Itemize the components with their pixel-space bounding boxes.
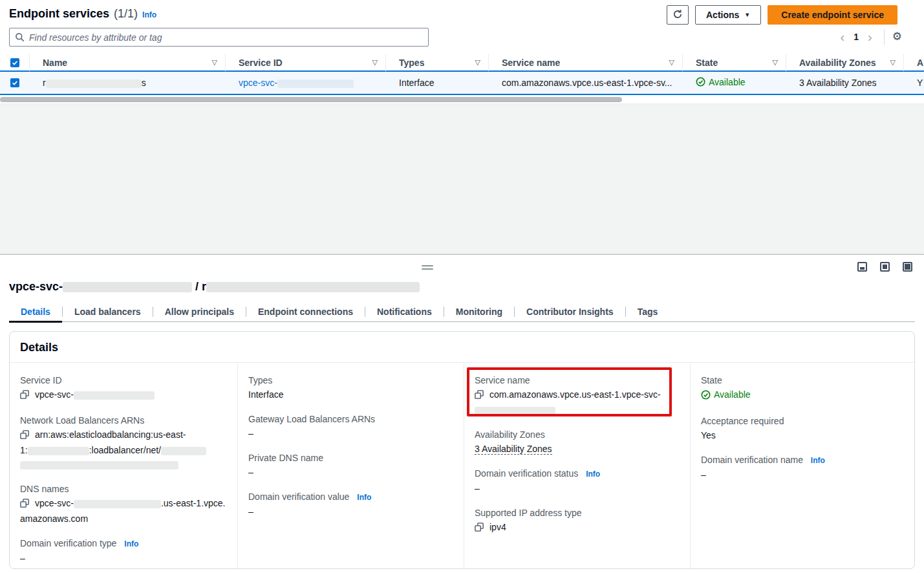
panel-size-medium-button[interactable] <box>880 262 890 272</box>
panel-drag-handle[interactable] <box>422 265 433 272</box>
header-actions: Actions ▼ Create endpoint service <box>667 5 897 25</box>
field-nlb-arns: Network Load Balancers ARNs arn:aws:elas… <box>20 413 227 471</box>
cell-availability-zones: 3 Availability Zones <box>786 78 904 88</box>
field-dns-names: DNS names vpce-svc-.us-east-1.vpce.amazo… <box>20 482 227 526</box>
sort-icon: ▽ <box>669 58 674 67</box>
cell-name: rs <box>30 78 226 88</box>
gear-icon[interactable]: ⚙ <box>892 29 902 45</box>
redacted-text <box>63 282 192 292</box>
column-header-state[interactable]: State ▽ <box>683 54 786 71</box>
redacted-text <box>28 447 89 455</box>
column-header-availability-zones[interactable]: Availability Zones ▽ <box>786 54 904 71</box>
redacted-text <box>475 407 555 415</box>
scrollbar-thumb[interactable] <box>0 97 622 102</box>
info-link[interactable]: Info <box>586 470 600 479</box>
tab-monitoring[interactable]: Monitoring <box>444 302 514 321</box>
cell-types: Interface <box>386 78 489 88</box>
field-types: Types Interface <box>248 373 453 402</box>
row-checkbox[interactable] <box>10 78 19 87</box>
create-endpoint-service-button[interactable]: Create endpoint service <box>768 5 897 25</box>
search-box <box>9 28 429 47</box>
table-header-row: Name ▽ Service ID ▽ Types ▽ Service name… <box>0 54 924 72</box>
info-link[interactable]: Info <box>811 456 825 465</box>
details-column-3: Service name com.amazonaws.vpce.us-east-… <box>464 363 691 568</box>
info-link[interactable]: Info <box>124 539 138 548</box>
tab-endpoint-connections[interactable]: Endpoint connections <box>246 302 365 321</box>
field-acceptance-required: Acceptance required Yes <box>701 414 904 442</box>
page-header: Endpoint services (1/1) Info Actions ▼ C… <box>0 0 924 27</box>
row-select-cell <box>0 78 30 87</box>
redacted-text <box>277 80 354 88</box>
details-card-header: Details <box>10 332 914 363</box>
sort-icon: ▽ <box>773 58 778 67</box>
field-domain-verification-value: Domain verification value Info – <box>248 490 453 519</box>
detail-tabs: Details Load balancers Allow principals … <box>9 302 915 322</box>
next-page-button[interactable]: › <box>864 29 876 45</box>
tab-contributor-insights[interactable]: Contributor Insights <box>515 302 625 321</box>
previous-page-button[interactable]: ‹ <box>837 29 849 45</box>
details-card-body: Service ID vpce-svc- Network Load Balanc… <box>10 363 914 568</box>
current-page-number[interactable]: 1 <box>851 32 861 42</box>
pagination: ‹ 1 › ⚙ <box>837 29 902 45</box>
tab-details[interactable]: Details <box>9 302 62 321</box>
column-header-service-id[interactable]: Service ID ▽ <box>226 54 386 71</box>
page-title-wrap: Endpoint services (1/1) Info <box>9 7 156 21</box>
field-domain-verification-name: Domain verification name Info – <box>701 453 904 482</box>
resource-count: (1/1) <box>114 7 138 21</box>
column-header-service-name[interactable]: Service name ▽ <box>489 54 683 71</box>
copy-icon[interactable] <box>475 389 484 403</box>
select-all-cell <box>0 54 30 71</box>
field-service-name: Service name com.amazonaws.vpce.us-east-… <box>475 373 680 417</box>
copy-icon[interactable] <box>20 429 29 443</box>
details-column-4: State Available Acceptance required Yes <box>691 363 914 568</box>
field-domain-verification-type: Domain verification type Info – <box>20 536 227 565</box>
cell-service-id: vpce-svc- <box>226 78 386 88</box>
actions-button-label: Actions <box>706 10 739 20</box>
panel-size-small-button[interactable] <box>857 262 867 272</box>
panel-size-large-button[interactable] <box>903 262 912 272</box>
details-column-2: Types Interface Gateway Load Balancers A… <box>238 363 464 568</box>
horizontal-scrollbar <box>0 96 924 103</box>
tab-tags[interactable]: Tags <box>626 302 670 321</box>
empty-gap <box>0 103 924 254</box>
redacted-text <box>20 461 178 470</box>
field-glb-arns: Gateway Load Balancers ARNs – <box>248 412 453 440</box>
tab-load-balancers[interactable]: Load balancers <box>63 302 153 321</box>
details-card: Details Service ID vpce-svc- Network Loa… <box>9 331 915 569</box>
redacted-text <box>161 447 206 455</box>
field-supported-ip-address-type: Supported IP address type ipv4 <box>475 506 680 535</box>
field-domain-verification-status: Domain verification status Info – <box>475 466 680 495</box>
success-check-icon <box>696 77 705 87</box>
redacted-text <box>46 80 142 88</box>
panel-size-controls <box>857 262 912 272</box>
table-row[interactable]: rs vpce-svc- Interface com.amazonaws.vpc… <box>0 72 924 95</box>
state-text: Available <box>709 77 746 87</box>
refresh-icon <box>672 9 683 21</box>
service-id-link[interactable]: vpce-svc- <box>239 78 354 88</box>
header-info-link[interactable]: Info <box>142 10 156 19</box>
copy-icon[interactable] <box>20 497 29 512</box>
copy-icon[interactable] <box>475 521 484 535</box>
details-heading: Details <box>20 341 904 354</box>
info-link[interactable]: Info <box>357 493 371 502</box>
refresh-button[interactable] <box>667 5 689 25</box>
field-service-id: Service ID vpce-svc- <box>20 373 227 403</box>
endpoint-services-table: Name ▽ Service ID ▽ Types ▽ Service name… <box>0 54 924 95</box>
column-header-cutoff[interactable]: A <box>904 54 924 71</box>
page-title: Endpoint services <box>9 7 109 21</box>
endpoint-services-page: Endpoint services (1/1) Info Actions ▼ C… <box>0 0 924 573</box>
actions-button[interactable]: Actions ▼ <box>695 5 761 25</box>
column-header-name[interactable]: Name ▽ <box>30 54 226 71</box>
availability-zones-link[interactable]: 3 Availability Zones <box>799 78 877 88</box>
select-all-checkbox[interactable] <box>10 58 19 67</box>
cell-state: Available <box>683 77 786 89</box>
column-header-types[interactable]: Types ▽ <box>386 54 489 71</box>
availability-zones-link[interactable]: 3 Availability Zones <box>475 444 552 455</box>
tab-allow-principals[interactable]: Allow principals <box>153 302 246 321</box>
tab-notifications[interactable]: Notifications <box>365 302 444 321</box>
search-input[interactable] <box>29 32 423 43</box>
sort-icon: ▽ <box>212 58 217 67</box>
search-icon <box>15 32 25 42</box>
copy-icon[interactable] <box>20 389 29 403</box>
details-column-1: Service ID vpce-svc- Network Load Balanc… <box>10 363 238 568</box>
